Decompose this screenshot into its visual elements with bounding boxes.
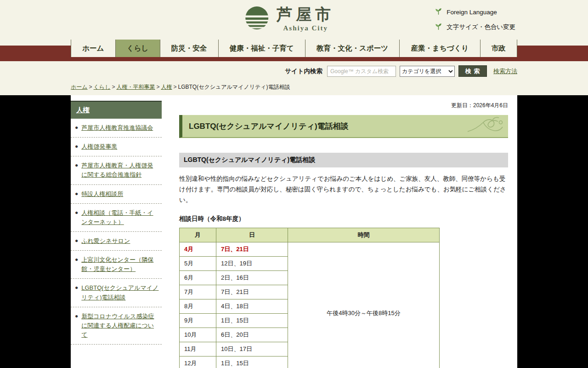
accessibility-icon bbox=[435, 23, 442, 32]
sidebar-item: ●ふれ愛シネサロン bbox=[71, 232, 162, 251]
schedule-cell: 12日、19日 bbox=[216, 256, 288, 270]
sidebar-link[interactable]: 新型コロナウイルス感染症に関連する人権配慮について bbox=[81, 312, 159, 339]
nav-tab-くらし[interactable]: くらし bbox=[116, 40, 160, 57]
bullet-icon: ● bbox=[75, 283, 78, 302]
sidebar-list: ●芦屋市人権教育推進協議会●人権啓発事業●芦屋市人権教育・人権啓発に関する総合推… bbox=[71, 119, 162, 345]
site-name: 芦屋市 bbox=[277, 6, 334, 23]
schedule-cell: 12月 bbox=[180, 356, 216, 368]
sidebar-item: ●特設人権相談所 bbox=[71, 185, 162, 204]
schedule-header-day: 日 bbox=[216, 228, 288, 242]
nav-tab-教育・文化・スポーツ[interactable]: 教育・文化・スポーツ bbox=[305, 40, 400, 57]
breadcrumb-link[interactable]: ホーム bbox=[71, 84, 88, 90]
page-title: LGBTQ(セクシュアルマイノリティ)電話相談 bbox=[189, 121, 349, 132]
accessibility-link[interactable]: 文字サイズ・色合い変更 bbox=[435, 23, 515, 32]
schedule-cell: 7月 bbox=[180, 285, 216, 299]
nav-tabs: ホームくらし防災・安全健康・福祉・子育て教育・文化・スポーツ産業・まちづくり市政 bbox=[71, 40, 517, 57]
breadcrumb-separator: > bbox=[173, 84, 176, 90]
nav-tab-防災・安全[interactable]: 防災・安全 bbox=[160, 40, 219, 57]
breadcrumb-link[interactable]: 人権 bbox=[161, 84, 172, 90]
site-header: 芦屋市 Ashiya City Foreign Language bbox=[0, 0, 588, 40]
sidebar-item: ●芦屋市人権教育推進協議会 bbox=[71, 119, 162, 138]
main-content: 更新日：2026年4月6日 LGBTQ(セクシュアルマイノリティ)電話相談 LG… bbox=[179, 101, 508, 368]
schedule-cell: 8月 bbox=[180, 299, 216, 313]
schedule-header-time: 時間 bbox=[288, 228, 440, 242]
bullet-icon: ● bbox=[75, 208, 78, 227]
sidebar-title[interactable]: 人権 bbox=[71, 101, 162, 119]
schedule-cell: 4日、18日 bbox=[216, 299, 288, 313]
schedule-cell: 7日、21日 bbox=[216, 285, 288, 299]
sidebar-link[interactable]: 上宮川文化センター（隣保館・児童センター） bbox=[81, 255, 159, 274]
body-text: 性別違和や性的指向の悩みなどセクシュアリティでお悩みのご本人をはじめ、ご家族、友… bbox=[179, 174, 508, 206]
foreign-language-label: Foreign Language bbox=[447, 9, 497, 16]
foreign-language-icon bbox=[435, 7, 442, 17]
site-search-input[interactable] bbox=[327, 66, 396, 77]
bullet-icon: ● bbox=[75, 236, 78, 246]
breadcrumb-separator: > bbox=[156, 84, 159, 90]
section-heading: LGBTQ(セクシュアルマイノリティ)電話相談 bbox=[179, 153, 508, 167]
sidebar-item: ●LGBTQ(セクシュアルマイノリティ)電話相談 bbox=[71, 279, 162, 307]
breadcrumb: ホーム>くらし>人権・平和事業>人権>LGBTQ(セクシュアルマイノリティ)電話… bbox=[71, 83, 517, 91]
sidebar-link[interactable]: LGBTQ(セクシュアルマイノリティ)電話相談 bbox=[81, 283, 159, 302]
bullet-icon: ● bbox=[75, 255, 78, 274]
site-search-bar: サイト内検索 カテゴリを選択 検 索 検索方法 bbox=[0, 61, 588, 81]
search-help-link[interactable]: 検索方法 bbox=[493, 67, 517, 75]
sidebar-item: ●芦屋市人権教育・人権啓発に関する総合推進指針 bbox=[71, 156, 162, 184]
bullet-icon: ● bbox=[75, 161, 78, 179]
breadcrumb-link[interactable]: 人権・平和事業 bbox=[116, 84, 155, 90]
main-nav: ホームくらし防災・安全健康・福祉・子育て教育・文化・スポーツ産業・まちづくり市政 bbox=[0, 40, 588, 61]
schedule-cell: 1日、15日 bbox=[216, 313, 288, 328]
sidebar-link[interactable]: ふれ愛シネサロン bbox=[81, 236, 130, 246]
sidebar-link[interactable]: 芦屋市人権教育推進協議会 bbox=[81, 123, 153, 132]
sidebar-link[interactable]: 芦屋市人権教育・人権啓発に関する総合推進指針 bbox=[81, 161, 159, 179]
logo-text-block: 芦屋市 Ashiya City bbox=[277, 6, 334, 32]
schedule-cell: 4月 bbox=[180, 242, 216, 256]
decorative-flourish-icon bbox=[466, 116, 504, 139]
sidebar-link[interactable]: 人権啓発事業 bbox=[81, 142, 117, 151]
schedule-time-cell: 午後4時30分～午後8時15分 bbox=[288, 242, 440, 368]
nav-tab-市政[interactable]: 市政 bbox=[481, 40, 517, 57]
city-logo-icon bbox=[244, 6, 269, 32]
schedule-header-row: 月 日 時間 bbox=[180, 228, 440, 242]
search-button[interactable]: 検 索 bbox=[458, 65, 487, 77]
sidebar-item: ●人権相談（電話・手紙・インターネット） bbox=[71, 204, 162, 232]
breadcrumb-separator: > bbox=[89, 84, 92, 90]
schedule-cell: 5月 bbox=[180, 256, 216, 270]
schedule-cell: 9月 bbox=[180, 313, 216, 328]
category-select[interactable]: カテゴリを選択 bbox=[400, 66, 455, 77]
schedule-cell: 11月 bbox=[180, 342, 216, 356]
site-logo[interactable]: 芦屋市 Ashiya City bbox=[244, 6, 334, 32]
sidebar-item: ●新型コロナウイルス感染症に関連する人権配慮について bbox=[71, 307, 162, 345]
schedule-cell: 2日、16日 bbox=[216, 270, 288, 285]
bullet-icon: ● bbox=[75, 312, 78, 339]
nav-tab-健康・福祉・子育て[interactable]: 健康・福祉・子育て bbox=[219, 40, 305, 57]
breadcrumb-current: LGBTQ(セクシュアルマイノリティ)電話相談 bbox=[178, 84, 290, 90]
page-title-banner: LGBTQ(セクシュアルマイノリティ)電話相談 bbox=[179, 115, 508, 138]
schedule-cell: 10日、17日 bbox=[216, 342, 288, 356]
breadcrumb-separator: > bbox=[112, 84, 115, 90]
schedule-header-month: 月 bbox=[180, 228, 216, 242]
schedule-cell: 1日、15日 bbox=[216, 356, 288, 368]
bullet-icon: ● bbox=[75, 123, 78, 132]
content-area: 人権 ●芦屋市人権教育推進協議会●人権啓発事業●芦屋市人権教育・人権啓発に関する… bbox=[0, 95, 588, 368]
header-utility-links: Foreign Language 文字サイズ・色合い変更 bbox=[435, 7, 515, 32]
schedule-heading: 相談日時（令和8年度） bbox=[179, 215, 508, 223]
nav-tab-ホーム[interactable]: ホーム bbox=[71, 40, 116, 57]
bullet-icon: ● bbox=[75, 142, 78, 151]
schedule-row: 4月7日、21日午後4時30分～午後8時15分 bbox=[180, 242, 440, 256]
sidebar-link[interactable]: 人権相談（電話・手紙・インターネット） bbox=[81, 208, 159, 227]
accessibility-label: 文字サイズ・色合い変更 bbox=[447, 23, 515, 31]
updated-date: 更新日：2026年4月6日 bbox=[179, 102, 508, 109]
site-search-label: サイト内検索 bbox=[285, 67, 322, 75]
sidebar-item: ●人権啓発事業 bbox=[71, 138, 162, 156]
schedule-cell: 7日、21日 bbox=[216, 242, 288, 256]
breadcrumb-link[interactable]: くらし bbox=[94, 84, 111, 90]
nav-tab-産業・まちづくり[interactable]: 産業・まちづくり bbox=[400, 40, 480, 57]
schedule-cell: 6日、20日 bbox=[216, 328, 288, 342]
foreign-language-link[interactable]: Foreign Language bbox=[435, 7, 497, 17]
sidebar: 人権 ●芦屋市人権教育推進協議会●人権啓発事業●芦屋市人権教育・人権啓発に関する… bbox=[71, 101, 162, 368]
sidebar-item: ●上宮川文化センター（隣保館・児童センター） bbox=[71, 251, 162, 279]
schedule-table: 月 日 時間 4月7日、21日午後4時30分～午後8時15分5月12日、19日6… bbox=[179, 228, 440, 368]
bullet-icon: ● bbox=[75, 190, 78, 199]
breadcrumb-bar: ホーム>くらし>人権・平和事業>人権>LGBTQ(セクシュアルマイノリティ)電話… bbox=[0, 81, 588, 95]
sidebar-link[interactable]: 特設人権相談所 bbox=[81, 190, 123, 199]
